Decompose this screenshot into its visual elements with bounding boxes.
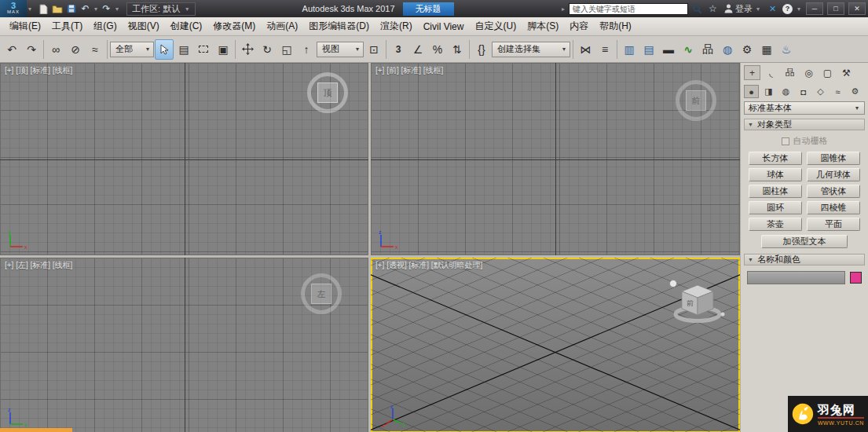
viewport-left[interactable]: [+] [左] [标准] [线框] 左 z y — [0, 258, 368, 432]
teapot-button[interactable]: 茶壶 — [749, 218, 802, 231]
app-menu-caret-icon[interactable]: ▾ — [27, 5, 33, 13]
viewcube-face[interactable]: 顶 — [317, 82, 338, 103]
box-button[interactable]: 长方体 — [749, 152, 802, 165]
menu-create[interactable]: 创建(C) — [165, 17, 208, 35]
select-by-name-button[interactable]: ▤ — [174, 39, 193, 60]
subtab-lights[interactable]: ◍ — [778, 85, 793, 98]
subtab-geometry[interactable]: ● — [744, 85, 759, 98]
help-icon[interactable]: ? — [782, 4, 793, 14]
viewcube-front[interactable]: 前 — [676, 80, 716, 121]
close-button[interactable]: ✕ — [848, 2, 866, 15]
angle-snap-button[interactable]: ∠ — [408, 39, 427, 60]
qat-redo-button[interactable]: ↷ — [100, 2, 113, 16]
plane-button[interactable]: 平面 — [807, 218, 860, 231]
save-file-button[interactable] — [64, 2, 78, 16]
search-icon[interactable] — [690, 2, 704, 16]
use-pivot-center-button[interactable]: ⊡ — [364, 39, 383, 60]
menu-edit[interactable]: 编辑(E) — [4, 17, 46, 35]
spinner-snap-button[interactable]: ⇅ — [448, 39, 467, 60]
unlink-selection-button[interactable]: ⊘ — [66, 39, 85, 60]
percent-snap-button[interactable]: % — [428, 39, 447, 60]
category-dropdown[interactable]: 标准基本体 ▾ — [744, 101, 865, 115]
ribbon-toggle-button[interactable]: ▬ — [659, 39, 678, 60]
textplus-button[interactable]: 加强型文本 — [761, 235, 848, 248]
select-and-place-button[interactable]: ↑ — [297, 39, 316, 60]
viewcube-face[interactable]: 前 — [686, 90, 706, 111]
select-object-button[interactable] — [155, 39, 174, 60]
torus-button[interactable]: 圆环 — [749, 201, 802, 214]
tab-utilities[interactable]: ⚒ — [838, 65, 855, 80]
tube-button[interactable]: 管状体 — [807, 185, 860, 198]
rollout-object-type[interactable]: ▼ 对象类型 — [744, 119, 865, 130]
selection-filter-dropdown[interactable]: 全部 ▾ — [110, 42, 154, 57]
viewcube-home-icon[interactable] — [670, 280, 677, 287]
viewcube-face-label[interactable]: 前 — [687, 299, 694, 307]
layer-explorer-button[interactable]: ▤ — [639, 39, 658, 60]
cone-button[interactable]: 圆锥体 — [807, 152, 860, 165]
rectangular-selection-region-button[interactable] — [194, 39, 213, 60]
viewport-perspective[interactable]: [+] [透视] [标准] [默认明暗处理] 前 z x y — [371, 258, 740, 432]
subtab-shapes[interactable]: ◨ — [761, 85, 776, 98]
viewcube-top[interactable]: 顶 — [307, 72, 348, 113]
redo-caret-icon[interactable]: ▾ — [114, 5, 120, 13]
window-crossing-toggle[interactable]: ▣ — [214, 39, 233, 60]
menu-graph-editors[interactable]: 图形编辑器(D) — [303, 17, 375, 35]
undo-button[interactable]: ↶ — [2, 39, 21, 60]
pyramid-button[interactable]: 四棱锥 — [807, 201, 860, 214]
tab-motion[interactable]: ◎ — [800, 65, 817, 80]
application-menu-button[interactable]: 3 MAX — [0, 0, 27, 17]
subtab-cameras[interactable]: ◘ — [796, 85, 811, 98]
viewport-front[interactable]: [+] [前] [标准] [线框] 前 z x — [371, 63, 740, 255]
menu-customize[interactable]: 自定义(U) — [469, 17, 522, 35]
maximize-button[interactable]: □ — [827, 2, 844, 15]
bind-to-space-warp-button[interactable]: ≈ — [86, 39, 104, 60]
menu-scripting[interactable]: 脚本(S) — [522, 17, 564, 35]
object-color-swatch[interactable] — [850, 272, 862, 284]
render-production-button[interactable]: ♨ — [777, 39, 796, 60]
subtab-helpers[interactable]: ◇ — [813, 85, 828, 98]
select-and-link-button[interactable]: ∞ — [46, 39, 65, 60]
viewport-label-front[interactable]: [+] [前] [标准] [线框] — [375, 65, 443, 76]
mirror-button[interactable]: ⋈ — [576, 39, 595, 60]
edit-named-selection-sets-button[interactable]: {} — [472, 39, 491, 60]
menu-content[interactable]: 内容 — [564, 17, 594, 35]
object-name-field[interactable] — [747, 271, 845, 284]
subtab-space-warps[interactable]: ≈ — [830, 85, 845, 98]
autogrid-checkbox[interactable] — [782, 137, 789, 145]
viewport-top[interactable]: [+] [顶] [标准] [线框] 顶 y x — [0, 63, 368, 255]
tab-create[interactable]: + — [744, 65, 760, 80]
menu-modifiers[interactable]: 修改器(M) — [207, 17, 261, 35]
snap-toggle-button[interactable]: 3 — [389, 39, 408, 60]
sphere-button[interactable]: 球体 — [749, 168, 802, 181]
select-and-move-button[interactable] — [238, 39, 257, 60]
reference-coordinate-dropdown[interactable]: 视图 ▾ — [317, 42, 364, 57]
align-button[interactable]: ≡ — [595, 39, 614, 60]
select-and-rotate-button[interactable]: ↻ — [258, 39, 277, 60]
search-collapse-icon[interactable]: ▸ — [560, 5, 566, 13]
menu-rendering[interactable]: 渲染(R) — [375, 17, 418, 35]
sign-in-button[interactable]: 登录 ▾ — [722, 3, 764, 15]
rendered-frame-window-button[interactable]: ▦ — [757, 39, 776, 60]
redo-button[interactable]: ↷ — [22, 39, 41, 60]
tab-hierarchy[interactable]: 品 — [782, 65, 798, 80]
workspace-dropdown[interactable]: 工作区: 默认 ▾ — [126, 2, 196, 16]
viewport-label-top[interactable]: [+] [顶] [标准] [线框] — [5, 65, 72, 76]
qat-undo-button[interactable]: ↶ — [79, 2, 92, 16]
menu-views[interactable]: 视图(V) — [123, 17, 165, 35]
viewport-label-perspective[interactable]: [+] [透视] [标准] [默认明暗处理] — [375, 260, 482, 271]
material-editor-button[interactable]: ◍ — [718, 39, 737, 60]
viewcube-ring[interactable]: 左 — [301, 273, 342, 314]
help-caret-icon[interactable]: ▾ — [796, 5, 802, 13]
subtab-systems[interactable]: ⚙ — [848, 85, 863, 98]
viewcube-perspective[interactable]: 前 — [668, 278, 727, 325]
favorites-star-icon[interactable]: ☆ — [706, 2, 720, 16]
viewport-label-left[interactable]: [+] [左] [标准] [线框] — [5, 260, 72, 271]
curve-editor-button[interactable]: ∿ — [679, 39, 698, 60]
schematic-view-button[interactable]: 品 — [698, 39, 717, 60]
menu-civil-view[interactable]: Civil View — [418, 19, 470, 35]
named-selection-sets-dropdown[interactable]: 创建选择集 ▾ — [492, 42, 570, 57]
communication-center-icon[interactable]: ✕ — [766, 2, 779, 16]
viewcube-left[interactable]: 左 — [301, 273, 342, 314]
viewcube-ring[interactable]: 前 — [676, 80, 716, 121]
tab-modify[interactable]: ◟ — [763, 65, 779, 80]
